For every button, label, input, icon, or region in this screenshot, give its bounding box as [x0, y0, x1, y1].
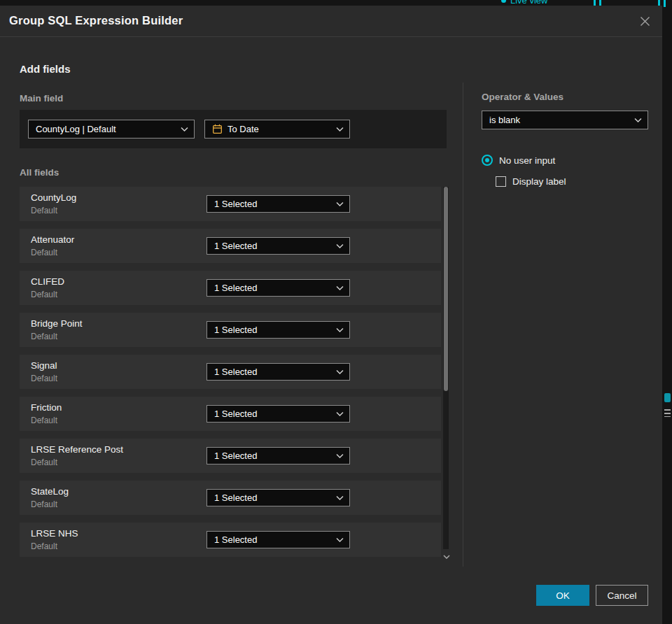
field-selection-value: 1 Selected: [214, 283, 257, 293]
field-row: CountyLog Default 1 Selected: [20, 187, 441, 221]
dialog-titlebar: Group SQL Expression Builder: [0, 6, 662, 37]
scrollbar-down-arrow-icon[interactable]: [442, 552, 451, 561]
main-field-label: Main field: [20, 93, 63, 104]
radio-button-selected[interactable]: [482, 155, 493, 166]
main-field-select-value: CountyLog | Default: [36, 124, 116, 134]
chevron-down-icon: [336, 537, 344, 542]
field-selection-value: 1 Selected: [214, 325, 257, 335]
field-selection-value: 1 Selected: [214, 534, 257, 545]
background-icon-fragment: [664, 393, 671, 402]
dialog-title: Group SQL Expression Builder: [9, 14, 183, 27]
field-name: Signal: [31, 360, 57, 371]
live-view-dot: [501, 0, 506, 3]
field-name: LRSE Reference Post: [31, 444, 123, 455]
field-selection-dropdown[interactable]: 1 Selected: [206, 237, 350, 255]
field-name: Friction: [31, 402, 62, 413]
field-selection-dropdown[interactable]: 1 Selected: [206, 195, 350, 213]
scrollbar-track[interactable]: [443, 187, 449, 549]
field-selection-dropdown[interactable]: 1 Selected: [206, 279, 350, 297]
field-row: LRSE NHS Default 1 Selected: [20, 523, 441, 557]
radio-label: No user input: [499, 155, 555, 166]
vertical-divider: [463, 83, 463, 567]
no-user-input-option: No user input: [482, 155, 555, 166]
field-subtitle: Default: [31, 290, 57, 299]
field-row: Signal Default 1 Selected: [20, 355, 441, 389]
cancel-button[interactable]: Cancel: [596, 585, 648, 606]
field-name: CLIFED: [31, 276, 64, 287]
section-title: Add fields: [20, 63, 71, 75]
operator-select-value: is blank: [489, 115, 520, 125]
field-subtitle: Default: [31, 458, 57, 467]
all-fields-label: All fields: [20, 167, 59, 178]
field-row: Friction Default 1 Selected: [20, 397, 441, 431]
field-row: CLIFED Default 1 Selected: [20, 271, 441, 305]
field-name: Attenuator: [31, 234, 74, 245]
chevron-down-icon: [634, 118, 642, 122]
field-selection-value: 1 Selected: [214, 199, 257, 209]
field-subtitle: Default: [31, 374, 57, 383]
operator-select[interactable]: is blank: [482, 111, 648, 129]
chevron-down-icon: [181, 127, 188, 132]
field-selection-dropdown[interactable]: 1 Selected: [206, 447, 350, 465]
field-selection-value: 1 Selected: [214, 451, 257, 461]
field-selection-value: 1 Selected: [214, 241, 257, 251]
field-name: CountyLog: [31, 192, 76, 203]
live-view-indicator: Live view: [501, 0, 547, 6]
field-subtitle: Default: [31, 206, 57, 215]
chevron-down-icon: [336, 327, 344, 332]
field-selection-dropdown[interactable]: 1 Selected: [206, 363, 350, 381]
calendar-icon: [212, 124, 223, 134]
chevron-down-icon: [336, 495, 344, 500]
operator-values-label: Operator & Values: [482, 92, 564, 102]
field-name: LRSE NHS: [31, 528, 78, 539]
ok-button[interactable]: OK: [536, 585, 589, 606]
screen: Live view Group SQL Expression Builder A…: [0, 0, 672, 624]
checkbox-unchecked[interactable]: [496, 176, 506, 187]
checkbox-label: Display label: [512, 176, 566, 187]
field-selection-value: 1 Selected: [214, 409, 257, 419]
field-selection-dropdown[interactable]: 1 Selected: [206, 489, 350, 506]
main-field-row: CountyLog | Default To Date: [20, 110, 447, 148]
field-row: Bridge Point Default 1 Selected: [20, 313, 441, 347]
background-icon-fragment: [664, 409, 671, 417]
chevron-down-icon: [336, 411, 344, 416]
field-row: StateLog Default 1 Selected: [20, 481, 441, 515]
field-selection-value: 1 Selected: [214, 367, 257, 377]
all-fields-list: CountyLog Default 1 Selected Attenuator …: [20, 187, 441, 565]
scrollbar-thumb[interactable]: [444, 187, 448, 391]
live-view-label: Live view: [510, 0, 547, 6]
close-icon[interactable]: [636, 12, 654, 30]
chevron-down-icon: [336, 453, 344, 458]
field-selection-value: 1 Selected: [214, 492, 257, 503]
field-row: LRSE Reference Post Default 1 Selected: [20, 439, 441, 473]
main-field-date-select[interactable]: To Date: [204, 120, 350, 139]
field-subtitle: Default: [31, 416, 57, 425]
field-selection-dropdown[interactable]: 1 Selected: [206, 531, 350, 548]
field-subtitle: Default: [31, 332, 57, 341]
field-selection-dropdown[interactable]: 1 Selected: [206, 405, 350, 423]
field-row: Attenuator Default 1 Selected: [20, 229, 441, 263]
field-selection-dropdown[interactable]: 1 Selected: [206, 321, 350, 339]
field-name: Bridge Point: [31, 318, 83, 329]
field-subtitle: Default: [31, 248, 57, 257]
main-field-select[interactable]: CountyLog | Default: [28, 120, 195, 139]
display-label-option: Display label: [496, 176, 566, 187]
field-name: StateLog: [31, 486, 69, 497]
main-field-date-value: To Date: [227, 124, 259, 134]
chevron-down-icon: [336, 127, 344, 132]
field-subtitle: Default: [31, 499, 57, 509]
chevron-down-icon: [336, 201, 344, 206]
chevron-down-icon: [336, 285, 344, 290]
chevron-down-icon: [336, 243, 344, 248]
group-sql-expression-builder-dialog: Group SQL Expression Builder Add fields …: [0, 6, 662, 624]
field-subtitle: Default: [31, 541, 57, 551]
chevron-down-icon: [336, 369, 344, 374]
